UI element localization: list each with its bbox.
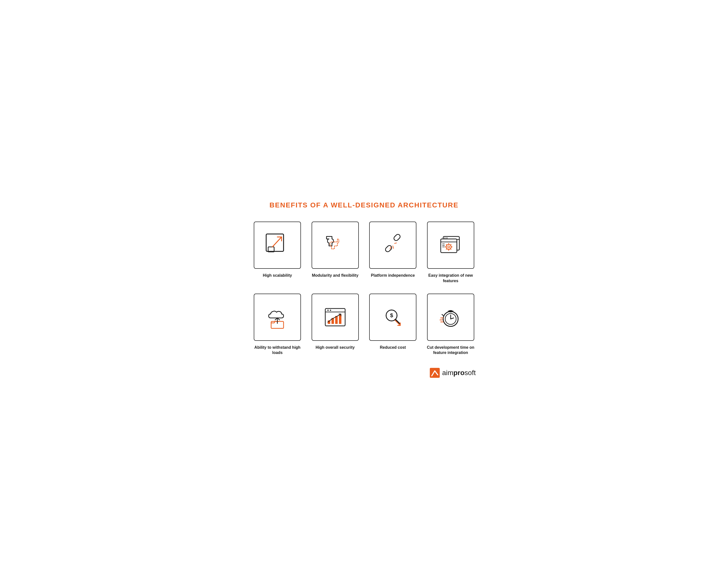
- modularity-label: Modularity and flexibility: [312, 273, 359, 278]
- icon-box-scalability: [254, 222, 301, 269]
- logo-area: aimprosoft: [252, 368, 476, 378]
- integration-icon: [437, 231, 464, 259]
- benefit-item-integration: Easy integration of new features: [425, 222, 476, 283]
- loads-icon: [264, 304, 291, 331]
- modularity-icon: [321, 231, 349, 259]
- devtime-icon: [437, 304, 464, 331]
- icon-box-platform: [369, 222, 416, 269]
- logo-text: aimprosoft: [442, 369, 476, 377]
- svg-point-31: [327, 309, 329, 311]
- security-label: High overall security: [316, 345, 355, 350]
- platform-icon: [379, 231, 407, 259]
- integration-label: Easy integration of new features: [425, 273, 476, 283]
- icon-box-security: [312, 294, 359, 341]
- svg-line-46: [442, 314, 443, 316]
- svg-point-11: [446, 237, 447, 238]
- benefit-item-platform: Platform independence: [368, 222, 418, 283]
- devtime-label: Cut development time on feature integrat…: [425, 345, 476, 355]
- icon-box-loads: [254, 294, 301, 341]
- benefit-item-modularity: Modularity and flexibility: [310, 222, 361, 283]
- svg-line-39: [394, 320, 400, 325]
- benefit-item-loads: Ability to withstand high loads: [252, 294, 303, 355]
- cost-icon: $: [379, 304, 407, 331]
- svg-line-5: [390, 247, 391, 249]
- svg-line-2: [272, 237, 282, 247]
- benefit-item-cost: $ Reduced cost: [368, 294, 418, 355]
- icon-box-devtime: [427, 294, 474, 341]
- benefits-grid: High scalability Modularity and flexibil…: [252, 222, 476, 355]
- platform-label: Platform independence: [371, 273, 415, 278]
- svg-rect-52: [430, 368, 440, 378]
- page-title: BENEFITS OF A WELL-DESIGNED ARCHITECTURE: [252, 201, 476, 209]
- icon-box-cost: $: [369, 294, 416, 341]
- page-wrapper: BENEFITS OF A WELL-DESIGNED ARCHITECTURE…: [252, 201, 476, 378]
- cost-label: Reduced cost: [380, 345, 406, 350]
- scalability-label: High scalability: [263, 273, 292, 278]
- svg-point-10: [444, 237, 445, 238]
- logo-icon: [430, 368, 440, 378]
- svg-line-7: [394, 243, 396, 244]
- icon-box-integration: [427, 222, 474, 269]
- svg-point-32: [330, 309, 331, 311]
- svg-line-48: [451, 318, 453, 319]
- svg-line-6: [393, 246, 394, 248]
- benefit-item-security: High overall security: [310, 294, 361, 355]
- benefit-item-devtime: Cut development time on feature integrat…: [425, 294, 476, 355]
- icon-box-modularity: [312, 222, 359, 269]
- security-icon: [321, 304, 349, 331]
- svg-text:$: $: [390, 312, 393, 319]
- loads-label: Ability to withstand high loads: [252, 345, 303, 355]
- svg-rect-3: [393, 233, 401, 242]
- scalability-icon: [264, 231, 291, 259]
- svg-rect-4: [385, 245, 393, 253]
- benefit-item-scalability: High scalability: [252, 222, 303, 283]
